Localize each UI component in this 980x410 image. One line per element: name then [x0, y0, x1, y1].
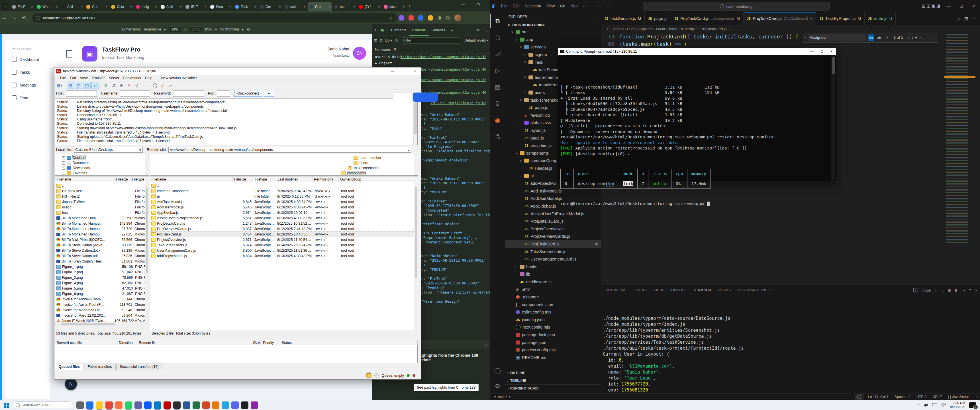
- taskbar-app-icon[interactable]: [105, 402, 113, 409]
- filter-icon[interactable]: ≔: [144, 82, 151, 89]
- find-in-selection-icon[interactable]: ≡: [915, 35, 917, 40]
- column-header[interactable]: Filesize: [115, 176, 130, 182]
- panel-tab[interactable]: PROBLEMS: [603, 285, 629, 295]
- compare-icon[interactable]: [151, 82, 158, 89]
- taskbar-app-icon[interactable]: [212, 402, 220, 409]
- editor-tab[interactable]: JS route.js U: [865, 12, 896, 25]
- local-site-select[interactable]: C:\Users\User\Desktop\∨: [74, 147, 143, 153]
- editor-action-icon[interactable]: ⊞: [964, 16, 968, 21]
- status-log[interactable]: Status:Retrieving directory listing of "…: [55, 98, 418, 145]
- file-row[interactable]: ProjTaskCard.js 3,454 JavaScript ... 8/1…: [150, 232, 418, 237]
- levels-select[interactable]: Default levels ▾: [465, 38, 488, 43]
- column-header[interactable]: Permissions: [312, 176, 339, 182]
- remote-tree[interactable]: team-member users task-screenshot compon…: [150, 154, 418, 176]
- explorer-more-icon[interactable]: ⋯: [594, 15, 598, 19]
- editor-action-icon[interactable]: ⋯: [972, 16, 977, 21]
- editor-tab[interactable]: JS taskService.js M: [601, 12, 645, 25]
- tab-close-icon[interactable]: ×: [229, 5, 231, 9]
- window-maximize-button[interactable]: ▢: [476, 2, 480, 6]
- queue-column[interactable]: Direction: [118, 340, 137, 346]
- console-filter-input[interactable]: Filter: [400, 37, 462, 44]
- file-row[interactable]: AddUserModal.js 5,746 JavaScript ... 8/1…: [150, 205, 418, 210]
- taskbar-app-icon[interactable]: [183, 402, 190, 409]
- column-header[interactable]: Filetype: [253, 176, 276, 182]
- file-row[interactable]: CT bank fiels File folder: [55, 188, 149, 194]
- tab-close-icon[interactable]: ×: [130, 5, 132, 9]
- tree-item[interactable]: ProjOverviewCards.js: [505, 233, 601, 240]
- eye-icon[interactable]: ◎: [395, 38, 398, 43]
- fz-menu-item[interactable]: Help: [143, 75, 154, 81]
- search-sidebar-icon[interactable]: [490, 31, 505, 44]
- status-item[interactable]: CRLF: [930, 395, 944, 399]
- tree-item[interactable]: .gitignore: [505, 293, 601, 301]
- sync-browsing-icon[interactable]: ◎: [159, 82, 166, 89]
- column-header[interactable]: Filetype: [130, 176, 148, 182]
- panel-more-icon[interactable]: ⋯: [961, 288, 965, 292]
- file-row[interactable]: Bill To Steve Dalton.pdf 86,836 Chrome P…: [55, 253, 149, 259]
- column-header[interactable]: Owner/Group: [339, 176, 373, 182]
- tab-search-icon[interactable]: ∨: [2, 3, 9, 10]
- site-manager-icon[interactable]: ▦▾: [56, 82, 63, 89]
- tab-close-icon[interactable]: ×: [810, 16, 812, 21]
- browser-tab[interactable]: oca ×: [332, 2, 357, 11]
- quickconnect-dropdown[interactable]: ▾: [264, 90, 274, 97]
- column-header[interactable]: Filename: [150, 176, 233, 182]
- remote-explorer-icon[interactable]: ⌸: [490, 97, 505, 110]
- file-row[interactable]: Figure_3.png 78,596 PNG File: [55, 275, 149, 280]
- status-item[interactable]: UTF-8: [914, 395, 929, 399]
- throttling-select[interactable]: No throttling: [220, 27, 239, 31]
- find-close-icon[interactable]: ×: [919, 35, 921, 40]
- expander-icon[interactable]: +: [62, 156, 65, 159]
- file-row[interactable]: UserManagementCard.js 3,800 JavaScript .…: [150, 248, 418, 253]
- tab-close-icon[interactable]: ×: [378, 5, 380, 9]
- taskbar-app-icon[interactable]: [241, 402, 248, 409]
- rotate-viewport-icon[interactable]: ⟲: [247, 27, 250, 32]
- sidebar-section[interactable]: ›OUTLINE: [505, 369, 601, 377]
- volume-icon[interactable]: [924, 403, 928, 407]
- tree-item[interactable]: ProjectOverview.js: [505, 225, 601, 233]
- tab-close-icon[interactable]: ×: [180, 5, 182, 9]
- new-terminal-icon[interactable]: ＋: [934, 288, 938, 293]
- taskbar-search[interactable]: Search web & PC: [13, 402, 72, 409]
- editor-tab[interactable]: JS page.js: [645, 12, 671, 25]
- toggle-queue-icon[interactable]: ⇄: [91, 82, 99, 89]
- whole-word-button[interactable]: ab: [876, 35, 882, 41]
- cmd-prompt-line[interactable]: root@Givaree:/var/www/html/Desktop-monit…: [560, 201, 830, 207]
- log-scrollbar[interactable]: [414, 99, 417, 145]
- terminal-output[interactable]: ./node_modules/typeorm/data-source/DataS…: [603, 297, 744, 405]
- status-item[interactable]: Ln 111, Col 1: [866, 395, 891, 399]
- breadcrumb-segment[interactable]: ...: [730, 27, 733, 31]
- extension-icon[interactable]: [418, 15, 423, 21]
- fz-close-button[interactable]: ×: [410, 67, 421, 75]
- issues-count[interactable]: No Issues: [375, 48, 391, 51]
- browser-tab[interactable]: Sma ×: [208, 2, 233, 11]
- clock[interactable]: 2:36 PM 8/20/2025: [950, 401, 965, 409]
- queue-column[interactable]: Status: [280, 340, 329, 346]
- fz-minimize-button[interactable]: —: [387, 67, 398, 75]
- queue-tab[interactable]: Successful transfers (15): [116, 364, 162, 370]
- file-row[interactable]: Invoice for Austin Pool (Fl... 113,701 C…: [55, 302, 149, 307]
- device-toolbar-icon[interactable]: ▣: [379, 28, 385, 32]
- postman-icon[interactable]: ◉: [490, 113, 505, 127]
- editor-action-icon[interactable]: ▷: [957, 16, 960, 21]
- file-row[interactable]: Figure_6.png 21,087 PNG File: [55, 291, 149, 296]
- browser-tab[interactable]: Asiri ×: [159, 2, 183, 11]
- file-row[interactable]: ui File folder 8/7/2025 6:12:36 PM drwxr…: [150, 194, 418, 199]
- breadcrumb-segment[interactable]: AppData ›: [638, 27, 655, 31]
- devtools-menu-icon[interactable]: ⋮: [482, 28, 490, 32]
- panel-tab[interactable]: PORTS: [715, 285, 734, 295]
- terminal-profile-label[interactable]: node: [923, 288, 931, 292]
- cmd-scrollbar[interactable]: [831, 56, 835, 180]
- sidebar-toggle-icon[interactable]: [66, 50, 72, 57]
- browser-tab[interactable]: Insig ×: [134, 2, 159, 11]
- filezilla-title-bar[interactable]: Fz taskpro.twinstack.net - sftp://root@1…: [54, 67, 421, 75]
- tree-item[interactable]: ProjDetailsCard.js: [505, 218, 601, 225]
- tree-item[interactable]: ∨ src: [505, 28, 601, 36]
- file-row[interactable]: Figure_4.png 62,382 PNG File: [55, 280, 149, 286]
- cmd-output[interactable]: ├ ƒ /task-screenshot/[idOfTask] 3.21 kB …: [560, 57, 830, 218]
- tree-item[interactable]: › hooks: [505, 263, 601, 270]
- queue-column[interactable]: Size: [234, 340, 261, 346]
- remote-tree-item[interactable]: task-screenshot: [150, 165, 418, 170]
- taskbar-app-icon[interactable]: [125, 402, 132, 409]
- cmd-close-button[interactable]: ×: [830, 49, 832, 54]
